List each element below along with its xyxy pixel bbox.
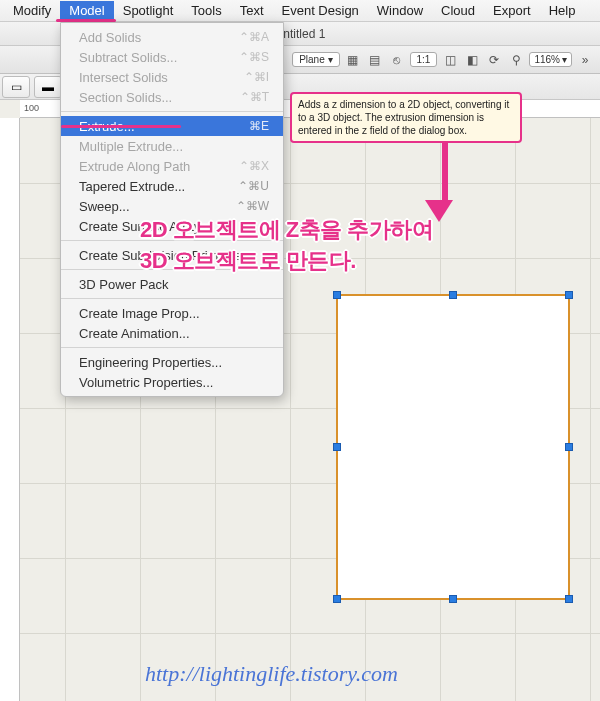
- annotation-line1: 2D 오브젝트에 Z축을 추가하여: [140, 215, 433, 245]
- dd-separator: [61, 111, 283, 112]
- handle-tl[interactable]: [333, 291, 341, 299]
- view-icon-a[interactable]: ◫: [441, 51, 459, 69]
- dd-add-solids[interactable]: Add Solids⌃⌘A: [61, 27, 283, 47]
- annotation-underline-extrude: [61, 125, 181, 128]
- dd-extrude-along-path[interactable]: Extrude Along Path⌃⌘X: [61, 156, 283, 176]
- dd-separator: [61, 298, 283, 299]
- watermark-url: http://lightinglife.tistory.com: [145, 661, 398, 687]
- mode-wireframe[interactable]: ▭: [2, 76, 30, 98]
- selected-rectangle[interactable]: [336, 294, 570, 600]
- dd-intersect-solids[interactable]: Intersect Solids⌃⌘I: [61, 67, 283, 87]
- handle-br[interactable]: [565, 595, 573, 603]
- mode-shaded[interactable]: ▬: [34, 76, 62, 98]
- handle-ml[interactable]: [333, 443, 341, 451]
- view-icon-b[interactable]: ◧: [463, 51, 481, 69]
- working-plane-select[interactable]: Plane ▾: [292, 52, 339, 67]
- dd-multiple-extrude[interactable]: Multiple Extrude...: [61, 136, 283, 156]
- annotation-arrow: [436, 140, 453, 222]
- annotation-line2: 3D 오브젝트로 만든다.: [140, 246, 356, 276]
- dd-volumetric-properties[interactable]: Volumetric Properties...: [61, 372, 283, 392]
- menu-event-design[interactable]: Event Design: [273, 1, 368, 20]
- menu-cloud[interactable]: Cloud: [432, 1, 484, 20]
- handle-bm[interactable]: [449, 595, 457, 603]
- link-icon[interactable]: ⎋: [388, 51, 406, 69]
- chevron-right-icon[interactable]: »: [576, 51, 594, 69]
- ruler-tick-100: 100: [24, 103, 39, 113]
- dd-engineering-properties[interactable]: Engineering Properties...: [61, 352, 283, 372]
- menu-export[interactable]: Export: [484, 1, 540, 20]
- magnifier-icon[interactable]: ⚲: [507, 51, 525, 69]
- menu-spotlight[interactable]: Spotlight: [114, 1, 183, 20]
- handle-mr[interactable]: [565, 443, 573, 451]
- dd-sweep[interactable]: Sweep...⌃⌘W: [61, 196, 283, 216]
- dd-subtract-solids[interactable]: Subtract Solids...⌃⌘S: [61, 47, 283, 67]
- dd-section-solids[interactable]: Section Solids...⌃⌘T: [61, 87, 283, 107]
- menu-tools[interactable]: Tools: [182, 1, 230, 20]
- ruler-vertical: [0, 118, 20, 701]
- dd-3d-power-pack[interactable]: 3D Power Pack: [61, 274, 283, 294]
- handle-bl[interactable]: [333, 595, 341, 603]
- menu-modify[interactable]: Modify: [4, 1, 60, 20]
- dd-tapered-extrude[interactable]: Tapered Extrude...⌃⌘U: [61, 176, 283, 196]
- menu-model[interactable]: Model: [60, 1, 113, 20]
- menu-window[interactable]: Window: [368, 1, 432, 20]
- menu-help[interactable]: Help: [540, 1, 585, 20]
- model-dropdown: Add Solids⌃⌘A Subtract Solids...⌃⌘S Inte…: [60, 22, 284, 397]
- extrude-tooltip: Adds a z dimension to a 2D object, conve…: [290, 92, 522, 143]
- zoom-select[interactable]: 116% ▾: [529, 52, 572, 67]
- dd-create-image-prop[interactable]: Create Image Prop...: [61, 303, 283, 323]
- view-icon-c[interactable]: ⟳: [485, 51, 503, 69]
- handle-tm[interactable]: [449, 291, 457, 299]
- dd-create-animation[interactable]: Create Animation...: [61, 323, 283, 343]
- menu-text[interactable]: Text: [231, 1, 273, 20]
- layer-icon[interactable]: ▦: [344, 51, 362, 69]
- handle-tr[interactable]: [565, 291, 573, 299]
- sheet-icon[interactable]: ▤: [366, 51, 384, 69]
- scale-select[interactable]: 1:1: [410, 52, 438, 67]
- menubar: Modify Model Spotlight Tools Text Event …: [0, 0, 600, 22]
- dd-separator: [61, 347, 283, 348]
